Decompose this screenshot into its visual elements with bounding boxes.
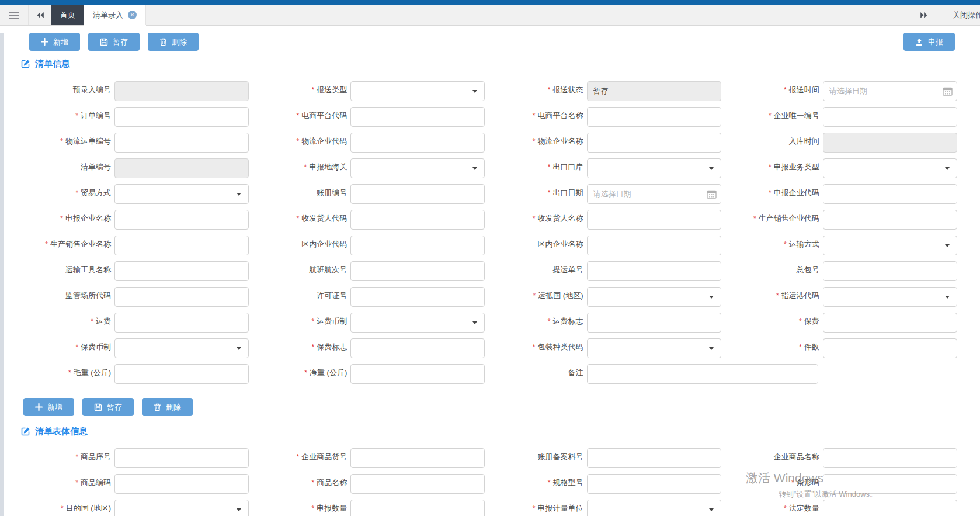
required-asterisk: * [75,479,78,487]
report-type-select[interactable] [350,81,485,101]
tab-list-entry[interactable]: 清单录入 × [84,5,146,25]
supervision-place-code-input[interactable] [114,287,249,307]
package-type-code-select[interactable] [587,338,721,358]
field-freight: *运费 [21,313,257,333]
legal-quantity-input[interactable] [823,500,957,516]
freight-input[interactable] [114,313,249,333]
delete-button[interactable]: 删除 [148,33,199,51]
insurance-input[interactable] [823,313,957,333]
field-label-text: 物流企业代码 [301,137,347,146]
scroll-tabs-left-icon[interactable] [28,5,51,25]
list-no-input [114,158,249,178]
transport-mode-select[interactable] [823,236,957,255]
chevron-down-icon [472,90,477,93]
field-label-text: 航班航次号 [309,265,347,274]
field-label-text: 运费标志 [553,317,583,325]
scroll-tabs-right-icon[interactable] [912,5,936,25]
declare-quantity-input[interactable] [350,500,485,516]
declare-customs-select[interactable] [350,158,485,178]
enterprise-goods-name-input[interactable] [823,448,957,468]
report-time-date-input[interactable]: 请选择日期 [823,81,957,101]
license-no-input[interactable] [350,287,485,307]
destination-port-code-select[interactable] [823,287,957,307]
transport-tool-name-input[interactable] [114,261,249,281]
declare-unit-select[interactable] [587,500,721,516]
declare-business-type-select[interactable] [823,158,957,178]
calendar-icon [943,86,953,96]
field-export-port: *出口口岸 [494,158,729,178]
field-label-text: 报送类型 [317,85,347,94]
freight-mark-input[interactable] [587,313,721,333]
report-status-input [587,81,721,101]
account-record-no-input[interactable] [587,448,721,468]
field-declare-unit: *申报计量单位 [494,500,729,516]
field-bill-of-lading-no-label: 提运单号 [494,265,587,281]
logistics-enterprise-name-input[interactable] [587,133,721,153]
insurance-currency-select[interactable] [114,338,249,358]
ecommerce-platform-name-input[interactable] [587,107,721,127]
enterprise-goods-no-input[interactable] [350,448,485,468]
production-sales-enterprise-code-input[interactable] [823,210,957,230]
tab-home[interactable]: 首页 [51,5,84,25]
freight-currency-select[interactable] [350,313,485,333]
insurance-mark-input[interactable] [350,338,485,358]
spec-model-input[interactable] [587,474,721,494]
field-label-text: 预录入编号 [73,85,111,94]
goods-code-input[interactable] [114,474,249,494]
export-date-date-input[interactable]: 请选择日期 [587,184,721,204]
field-insurance-currency: *保费币制 [21,338,257,358]
barcode-input[interactable] [823,474,957,494]
required-asterisk: * [769,189,772,197]
piece-count-input[interactable] [823,338,957,358]
ecommerce-platform-code-input[interactable] [350,107,485,127]
field-label-text: 规格型号 [553,478,583,487]
edit-icon [21,427,30,436]
order-no-input[interactable] [114,107,249,127]
export-port-select[interactable] [587,158,721,178]
enterprise-unique-no-input[interactable] [823,107,957,127]
add-button[interactable]: 新增 [29,33,80,51]
consignor-name-input[interactable] [587,210,721,230]
field-enterprise-goods-name-label: 企业商品名称 [729,452,823,468]
remark-input[interactable] [587,364,818,384]
field-label-text: 净重 (公斤) [310,368,347,377]
field-label-text: 物流企业名称 [538,137,583,146]
net-weight-input[interactable] [350,364,485,384]
field-gross-weight: *毛重 (公斤) [21,364,257,384]
logistics-enterprise-code-input[interactable] [350,133,485,153]
account-book-no-input[interactable] [350,184,485,204]
save-row-button[interactable]: 暂存 [82,398,134,416]
field-label-text: 毛重 (公斤) [74,368,111,377]
total-package-no-input[interactable] [823,261,957,281]
production-sales-enterprise-name-input[interactable] [114,236,249,255]
goods-seq-no-input[interactable] [114,448,249,468]
declare-enterprise-code-input[interactable] [823,184,957,204]
required-asterisk: * [533,504,536,512]
zone-enterprise-name-input[interactable] [587,236,721,255]
close-operations-button[interactable]: 关闭操作 [944,5,980,25]
declare-enterprise-name-input[interactable] [114,210,249,230]
bill-of-lading-no-input[interactable] [587,261,721,281]
field-inbound-time: 入库时间 [729,133,965,153]
field-production-sales-enterprise-code: *生产销售企业代码 [729,210,965,230]
flight-voyage-no-input[interactable] [350,261,485,281]
destination-country-select[interactable] [114,500,249,516]
close-tab-icon[interactable]: × [128,11,137,19]
save-draft-button[interactable]: 暂存 [88,33,140,51]
goods-name-input[interactable] [350,474,485,494]
field-declare-enterprise-name-label: *申报企业名称 [21,214,114,230]
arrival-country-select[interactable] [587,287,721,307]
field-logistics-enterprise-code: *物流企业代码 [257,133,493,153]
menu-icon[interactable] [0,5,28,25]
delete-row-button[interactable]: 删除 [142,398,193,416]
add-row-button[interactable]: 新增 [23,398,74,416]
close-operations-label: 关闭操作 [953,10,980,20]
chevron-down-icon [945,244,950,247]
field-freight-label: *运费 [21,317,114,333]
zone-enterprise-code-input[interactable] [350,236,485,255]
consignor-code-input[interactable] [350,210,485,230]
declare-button[interactable]: 申报 [903,33,955,51]
gross-weight-input[interactable] [114,364,249,384]
logistics-waybill-no-input[interactable] [114,133,249,153]
trade-mode-select[interactable] [114,184,249,204]
